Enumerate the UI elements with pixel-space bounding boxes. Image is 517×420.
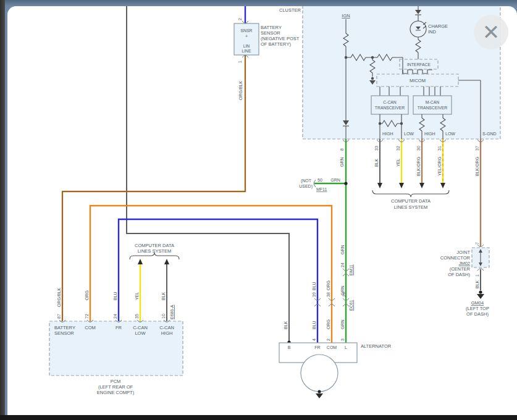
wire-color-label: BLU [113, 292, 117, 300]
wire-color-label: ORG [326, 280, 330, 290]
window-bottom-bar [0, 415, 517, 420]
pcm-terminal: LOW [135, 330, 146, 336]
wire-color-label: BLK [475, 280, 479, 288]
wire-color-label: BLK [284, 321, 288, 329]
wire-color-label: BLK/ORG [475, 157, 479, 176]
pcm-terminal: BATTERY [54, 325, 75, 330]
wire-color-label: BLK/ORG [416, 157, 421, 176]
c-high-label: HIGH [382, 132, 393, 136]
battery-sensor-caption: (NEGATIVE POST [261, 36, 300, 41]
pin-number: 32 [396, 146, 400, 151]
pin-number: 4 [312, 338, 316, 341]
pin-number: 31 [437, 146, 442, 151]
wire-color-label: ORG/BLK [238, 81, 243, 100]
alt-terminal: L [345, 345, 347, 350]
ground-id: GM04 [471, 300, 484, 306]
mcan-label: TRANSCEIVER [418, 106, 447, 110]
mcan-transceiver-box [413, 96, 452, 114]
pin-number: 72 [85, 314, 89, 319]
pin-number: 1 [238, 61, 242, 63]
connector-id: EC61 [349, 300, 353, 311]
pin-number: 10 [161, 314, 166, 319]
wire-color-label: ORG [85, 290, 89, 300]
alternator-label: ALTERNATOR [361, 343, 392, 349]
ground-caption: OF DASH) [466, 311, 489, 317]
computer-data-lines-label: COMPUTER DATA [391, 198, 431, 204]
ground-caption: (LEFT TOP [466, 306, 489, 311]
joint-connector-caption: (CENTER [450, 266, 471, 272]
junction-dot [344, 182, 347, 185]
pin-number: 24 [340, 262, 345, 267]
connector-id: E680-A [170, 304, 174, 319]
s-gnd-label: S-GND [482, 132, 497, 136]
pin-number: 8 [340, 148, 344, 151]
connector-id: MF11 [316, 187, 327, 191]
wire-color-label: GRN [340, 319, 345, 329]
wiring-diagram-page: INSTRUMENT CLUSTER IGN CHARGE IND INTERF… [0, 0, 517, 420]
wire-blk-top [127, 6, 289, 343]
interface-label: INTERFACE [407, 62, 431, 67]
wire-color-label: GRN [330, 178, 340, 182]
charge-ind-label: CHARGE [428, 23, 448, 29]
wire-color-label: YEL [396, 159, 400, 167]
cluster-title: CLUSTER [279, 7, 301, 13]
brace-cluster-datalines [372, 190, 449, 197]
snsr-label: SNSR [241, 28, 253, 33]
pcm-terminal: FR [116, 325, 122, 330]
joint-connector-caption: OF DASH) [448, 272, 470, 277]
pcm-terminal: SENSOR [54, 330, 74, 336]
pcm-caption: PCM [111, 379, 121, 384]
pin-number: 3 [340, 338, 345, 341]
close-button[interactable]: ✕ [474, 15, 508, 49]
pcm-caption: ENGINE COMPT) [97, 390, 135, 395]
pcm-terminal: C-CAN [133, 325, 148, 330]
joint-connector-caption: CONNECTOR [440, 255, 471, 261]
pcm-terminal: COM [85, 325, 96, 330]
computer-data-lines-label: LINES SYSTEM [138, 248, 172, 254]
wire-color-label: BLK [161, 292, 166, 300]
snsr-label: LINE [242, 49, 251, 53]
pin-number: 50 [317, 178, 322, 182]
pin-number: 39 [312, 292, 316, 297]
ground-icon [317, 390, 321, 393]
pin-number: 1 [475, 274, 479, 277]
battery-sensor-caption: BATTERY [261, 25, 282, 30]
pin-number: 7 [475, 242, 479, 245]
pin-number: 2 [326, 338, 330, 341]
charge-ind-label: IND [428, 29, 437, 35]
pin-number: 30 [416, 146, 421, 151]
pin-number: 2 [238, 18, 242, 20]
wire-color-label: GRN [340, 245, 345, 254]
ground-icon [371, 77, 374, 80]
pin-number: 35 [135, 314, 139, 319]
computer-data-lines-label: COMPUTER DATA [135, 243, 174, 248]
connector-id: EM11 [349, 264, 353, 275]
snsr-label: + [245, 34, 248, 38]
close-icon: ✕ [482, 22, 500, 43]
computer-data-lines-label: LINES SYSTEM [394, 204, 428, 210]
not-used-label: (NOT [301, 178, 312, 183]
micom-label: MICOM [410, 78, 426, 83]
pin-number: 37 [475, 146, 479, 151]
battery-sensor-caption: SENSOR [261, 30, 280, 36]
pin-number: 38 [326, 292, 330, 297]
window-top-bar [5, 0, 517, 6]
pcm-terminal: HIGH [161, 330, 173, 336]
alt-terminal: FR [314, 345, 320, 350]
pin-number: 33 [374, 146, 379, 151]
wire-color-label: BLU [312, 321, 316, 329]
wire-color-label: BLU [312, 282, 316, 290]
wire-color-label: ORG/BLK [57, 288, 61, 307]
pcm-caption: (LEFT REAR OF [98, 384, 133, 390]
pin-number: 24 [113, 314, 117, 319]
generator-icon [301, 355, 338, 392]
not-used-label: USED) [299, 184, 313, 189]
data-line-arrows [138, 183, 445, 264]
mcan-label: M-CAN [426, 100, 439, 104]
wire-color-label: ORG [326, 319, 330, 329]
ccan-label: C-CAN [383, 100, 397, 104]
snsr-label: LIN [243, 44, 250, 48]
connector-id: JM02 [459, 261, 470, 266]
ccan-label: TRANSCEIVER [375, 106, 405, 110]
pin-number: 87 [57, 314, 61, 319]
